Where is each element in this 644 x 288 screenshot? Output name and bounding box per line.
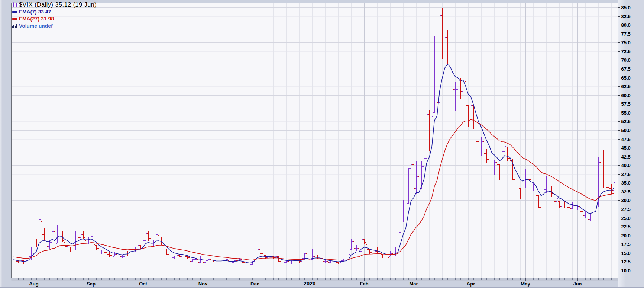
legend-ema7-row: EMA(7) 33.47 xyxy=(12,8,97,15)
y-axis-label: 45.0 xyxy=(621,145,631,151)
ema7-line-icon xyxy=(12,11,19,13)
y-axis-label: 57.5 xyxy=(621,101,631,107)
stockcharts-chart-window: 10.012.515.017.520.022.525.027.530.032.5… xyxy=(0,0,644,288)
x-axis-labels: AugSepOctNovDec2020FebMarAprMayJun xyxy=(29,281,582,287)
x-axis-month-label: Aug xyxy=(29,281,38,287)
y-axis-label: 30.0 xyxy=(621,198,631,203)
x-axis-month-label: Mar xyxy=(409,281,418,287)
x-axis-month-label: Nov xyxy=(198,281,208,287)
y-axis-label: 62.5 xyxy=(621,84,631,89)
y-axis-label: 82.5 xyxy=(621,14,631,19)
ema27-line-icon xyxy=(12,18,19,20)
y-axis-label: 67.5 xyxy=(621,66,631,72)
x-axis-month-label: Oct xyxy=(139,281,147,287)
y-axis-label: 17.5 xyxy=(621,241,631,247)
y-axis-label: 70.0 xyxy=(621,57,631,63)
y-axis-label: 75.0 xyxy=(621,40,631,45)
y-axis-label: 40.0 xyxy=(621,163,631,168)
left-gutter xyxy=(0,0,4,288)
y-axis-label: 42.5 xyxy=(621,154,631,160)
y-axis-label: 27.5 xyxy=(621,207,631,212)
chart-canvas[interactable]: 10.012.515.017.520.022.525.027.530.032.5… xyxy=(0,0,644,288)
ema7-legend-label: EMA(7) 33.47 xyxy=(19,9,51,15)
ema27-legend-label: EMA(27) 31.98 xyxy=(19,16,54,22)
x-axis-month-label: Jun xyxy=(573,281,582,287)
legend-volume-row: Volume undef xyxy=(12,22,97,29)
y-axis-label: 20.0 xyxy=(621,233,631,239)
y-axis-label: 35.0 xyxy=(621,180,631,186)
y-axis-label: 15.0 xyxy=(621,250,631,256)
y-axis-label: 77.5 xyxy=(621,31,631,37)
chart-legend: $VIX (Daily) 35.12 (19 Jun) EMA(7) 33.47… xyxy=(12,1,97,29)
legend-title-row: $VIX (Daily) 35.12 (19 Jun) xyxy=(12,1,97,8)
y-axis-label: 10.0 xyxy=(621,268,631,273)
sharpchart-icon xyxy=(12,2,19,8)
y-axis-label: 60.0 xyxy=(621,93,631,98)
y-axis-labels: 10.012.515.017.520.022.525.027.530.032.5… xyxy=(621,5,631,273)
x-axis-month-label: Dec xyxy=(250,281,259,287)
volume-legend-label: Volume undef xyxy=(19,23,53,29)
volume-icon xyxy=(12,24,19,28)
y-axis-label: 65.0 xyxy=(621,75,631,81)
y-axis-label: 25.0 xyxy=(621,215,631,221)
y-axis-label: 55.0 xyxy=(621,110,631,116)
y-axis-label: 37.5 xyxy=(621,172,631,177)
y-axis-label: 72.5 xyxy=(621,49,631,54)
y-axis-label: 50.0 xyxy=(621,128,631,133)
x-axis-month-label: Sep xyxy=(87,281,96,287)
chart-title: $VIX (Daily) 35.12 (19 Jun) xyxy=(19,1,97,8)
legend-ema27-row: EMA(27) 31.98 xyxy=(12,15,97,22)
y-axis-label: 32.5 xyxy=(621,189,631,195)
price-chart-area[interactable]: 10.012.515.017.520.022.525.027.530.032.5… xyxy=(0,0,644,288)
y-axis-label: 52.5 xyxy=(621,119,631,124)
x-axis-month-label: Apr xyxy=(467,281,475,287)
plot-background xyxy=(12,3,618,278)
y-axis-label: 85.0 xyxy=(621,5,631,10)
y-axis-label: 47.5 xyxy=(621,137,631,142)
y-axis-label: 80.0 xyxy=(621,22,631,28)
y-axis-label: 12.5 xyxy=(621,259,631,265)
x-axis-month-label: May xyxy=(521,281,530,287)
y-axis-label: 22.5 xyxy=(621,224,631,230)
x-axis-month-label: Feb xyxy=(360,281,368,287)
x-axis-month-label: 2020 xyxy=(304,281,315,287)
